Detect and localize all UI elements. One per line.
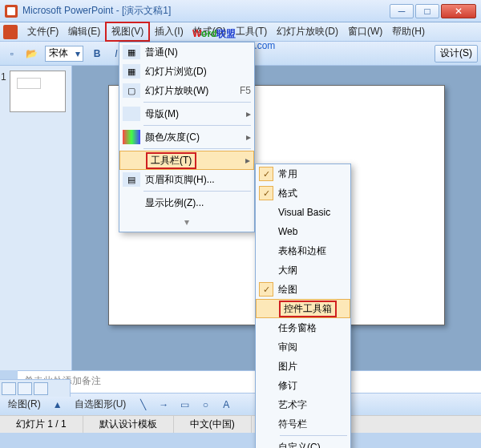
toolbar-item-3[interactable]: Web	[256, 222, 350, 241]
separator	[143, 191, 251, 192]
title-bar: Microsoft PowerPoint - [演示文稿1] ─ □ ✕	[0, 0, 481, 22]
checkbox-icon	[259, 321, 273, 335]
checkbox-icon	[260, 301, 274, 316]
checkbox-icon	[259, 440, 273, 448]
status-template: 默认设计模板	[83, 416, 174, 433]
view-zoom[interactable]: 显示比例(Z)...	[119, 193, 254, 212]
toolbar-item-4[interactable]: 表格和边框	[256, 241, 350, 260]
view-slideshow[interactable]: ▢幻灯片放映(W)F5	[119, 81, 254, 100]
arrow-icon[interactable]: →	[155, 396, 172, 414]
view-master[interactable]: 母版(M)▸	[119, 104, 254, 123]
toolbar-item-10[interactable]: 图片	[256, 357, 350, 376]
toolbar-item-label: 审阅	[278, 341, 297, 354]
toolbar-item-12[interactable]: 艺术字	[256, 395, 350, 414]
slideshow-icon: ▢	[123, 83, 140, 98]
checkbox-icon	[259, 417, 273, 431]
menu-edit[interactable]: 编辑(E)	[63, 23, 105, 40]
menu-file[interactable]: 文件(F)	[22, 23, 63, 40]
oval-icon[interactable]: ○	[196, 396, 214, 414]
view-header[interactable]: ▤页眉和页脚(H)...	[119, 170, 254, 189]
view-toolbars[interactable]: 工具栏(T)▸	[119, 151, 254, 170]
toolbar-item-label: 格式	[278, 187, 297, 200]
slide-thumbnail[interactable]: 1	[10, 71, 66, 112]
view-normal[interactable]: ▦普通(N)	[119, 42, 254, 62]
minimize-button[interactable]: ─	[390, 4, 414, 18]
toolbar-item-label: 绘图	[278, 283, 297, 297]
toolbar-item-label: 大纲	[278, 264, 297, 277]
thumb-preview	[17, 78, 41, 89]
menu-slideshow[interactable]: 幻灯片放映(D)	[272, 23, 343, 40]
toolbar-item-11[interactable]: 修订	[256, 376, 350, 395]
menu-tools[interactable]: 工具(T)	[231, 23, 272, 40]
toolbar-item-14[interactable]: 自定义(C)...	[256, 438, 350, 448]
thumbnail-pane[interactable]: 1	[0, 66, 72, 370]
close-button[interactable]: ✕	[441, 4, 476, 18]
view-color-label: 颜色/灰度(C)	[145, 131, 200, 144]
open-icon[interactable]: 📂	[22, 45, 40, 63]
color-icon	[123, 130, 140, 144]
menu-view[interactable]: 视图(V)	[105, 22, 150, 42]
header-icon: ▤	[123, 172, 140, 187]
normal-view-icon[interactable]	[2, 382, 16, 395]
view-color[interactable]: 颜色/灰度(C)▸	[119, 127, 254, 147]
toolbars-submenu: ✓常用✓格式Visual BasicWeb表格和边框大纲✓绘图控件工具箱任务窗格…	[255, 163, 351, 448]
new-icon[interactable]: ▫	[3, 45, 21, 63]
toolbar-item-9[interactable]: 审阅	[256, 337, 350, 357]
status-bar: 幻灯片 1 / 1 默认设计模板 中文(中国)	[0, 415, 481, 433]
pointer-icon[interactable]: ▲	[49, 396, 67, 414]
menu-window[interactable]: 窗口(W)	[343, 23, 387, 40]
toolbar-item-label: 任务窗格	[278, 321, 317, 335]
blank-icon	[123, 153, 141, 167]
rect-icon[interactable]: ▭	[176, 396, 193, 414]
view-browse-label: 幻灯片浏览(D)	[145, 65, 207, 79]
autoshapes-menu[interactable]: 自选图形(U)	[70, 396, 131, 413]
status-slide: 幻灯片 1 / 1	[0, 416, 83, 433]
toolbar-item-label: 图片	[278, 360, 297, 373]
toolbar-item-label: Visual Basic	[278, 207, 330, 218]
slideshow-key: F5	[240, 85, 251, 96]
line-icon[interactable]: ╲	[134, 396, 152, 414]
view-zoom-label: 显示比例(Z)...	[145, 196, 204, 210]
maximize-button[interactable]: □	[415, 4, 439, 18]
separator	[280, 435, 347, 436]
sorter-view-icon[interactable]	[18, 382, 32, 395]
view-expand[interactable]: ▾	[119, 212, 254, 232]
view-toolbars-label: 工具栏(T)	[146, 152, 196, 169]
checkbox-icon	[259, 398, 273, 412]
textbox-icon[interactable]: A	[217, 396, 235, 414]
submenu-arrow-icon: ▸	[245, 155, 250, 166]
window-title: Microsoft PowerPoint - [演示文稿1]	[22, 4, 390, 18]
checkbox-icon: ✓	[259, 167, 273, 181]
submenu-arrow-icon: ▸	[246, 131, 251, 143]
toolbar-item-7[interactable]: 控件工具箱	[256, 299, 350, 318]
font-name: 宋体	[49, 46, 68, 60]
toolbar-item-8[interactable]: 任务窗格	[256, 318, 350, 337]
separator	[143, 102, 251, 103]
toolbar-item-13[interactable]: 符号栏	[256, 414, 350, 434]
checkbox-icon	[259, 263, 273, 277]
blank-icon	[123, 196, 140, 210]
window-controls: ─ □ ✕	[390, 4, 476, 18]
menu-bar: 文件(F) 编辑(E) 视图(V) 插入(I) 格式(O) 工具(T) 幻灯片放…	[0, 22, 481, 42]
notes-pane[interactable]: 单击此处添加备注	[18, 370, 481, 393]
app-icon	[5, 5, 18, 18]
bold-icon[interactable]: B	[88, 45, 106, 63]
toolbar-item-2[interactable]: Visual Basic	[256, 203, 350, 222]
menu-help[interactable]: 帮助(H)	[387, 23, 430, 40]
font-selector[interactable]: 宋体	[45, 46, 83, 62]
menu-insert[interactable]: 插入(I)	[150, 23, 188, 40]
view-master-label: 母版(M)	[145, 107, 179, 121]
draw-menu[interactable]: 绘图(R)	[3, 396, 46, 413]
toolbar-item-1[interactable]: ✓格式	[256, 184, 350, 203]
checkbox-icon	[259, 205, 273, 220]
menu-format[interactable]: 格式(O)	[188, 23, 231, 40]
drawing-toolbar: 绘图(R) ▲ 自选图形(U) ╲ → ▭ ○ A	[0, 393, 481, 415]
toolbar-item-0[interactable]: ✓常用	[256, 164, 350, 184]
toolbar-item-5[interactable]: 大纲	[256, 260, 350, 280]
view-browse[interactable]: ▦幻灯片浏览(D)	[119, 62, 254, 81]
design-button[interactable]: 设计(S)	[435, 45, 478, 63]
slideshow-view-icon[interactable]	[34, 382, 48, 395]
toolbar-item-6[interactable]: ✓绘图	[256, 280, 350, 299]
design-label: 设计(S)	[440, 46, 472, 60]
view-header-label: 页眉和页脚(H)...	[145, 173, 215, 187]
